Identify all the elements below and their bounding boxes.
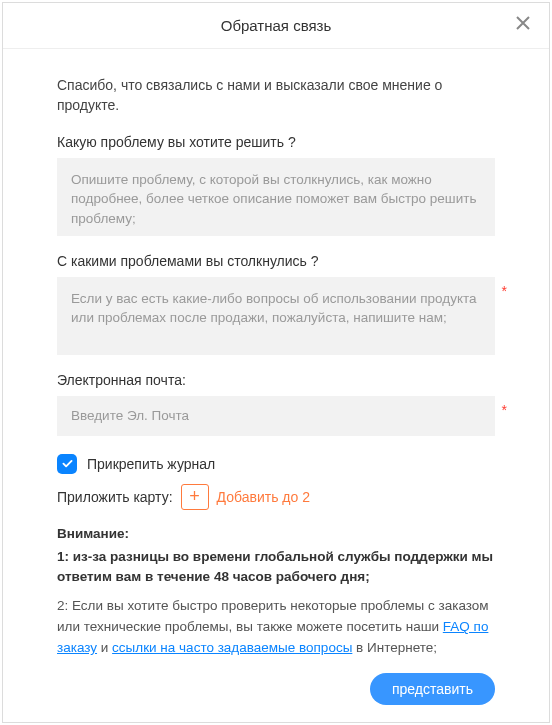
attach-log-label: Прикрепить журнал	[87, 456, 215, 472]
notice-item-2: 2: Если вы хотите быстро проверить некот…	[57, 596, 495, 659]
required-mark: *	[502, 283, 507, 299]
field-problems-faced: С какими проблемами вы столкнулись ? *	[57, 253, 495, 358]
dialog-title: Обратная связь	[221, 17, 332, 34]
dialog-content: Спасибо, что связались с нами и высказал…	[3, 49, 549, 722]
field-problem-to-solve: Какую проблему вы хотите решить ?	[57, 134, 495, 239]
add-attachment-button[interactable]: +	[181, 484, 209, 510]
attach-card-label: Приложить карту:	[57, 489, 173, 505]
attach-log-row: Прикрепить журнал	[57, 454, 495, 474]
field-label: С какими проблемами вы столкнулись ?	[57, 253, 495, 269]
intro-text: Спасибо, что связались с нами и высказал…	[57, 75, 495, 116]
field-label: Электронная почта:	[57, 372, 495, 388]
close-button[interactable]	[515, 15, 535, 35]
dialog-header: Обратная связь	[3, 3, 549, 49]
problems-faced-textarea[interactable]	[57, 277, 495, 355]
check-icon	[61, 457, 74, 470]
notice-heading: Внимание:	[57, 524, 495, 545]
field-email: Электронная почта: *	[57, 372, 495, 436]
attach-card-row: Приложить карту: + Добавить до 2	[57, 484, 495, 510]
faq-general-link[interactable]: ссылки на часто задаваемые вопросы	[112, 640, 352, 655]
submit-button[interactable]: представить	[370, 673, 495, 705]
email-input[interactable]	[57, 396, 495, 436]
notice-text: 2: Если вы хотите быстро проверить некот…	[57, 598, 489, 634]
notice-text: и	[97, 640, 112, 655]
problem-description-textarea[interactable]	[57, 158, 495, 236]
notice-block: Внимание: 1: из-за разницы во времени гл…	[57, 524, 495, 660]
dialog-footer: представить	[57, 673, 495, 705]
required-mark: *	[502, 402, 507, 418]
notice-item-1: 1: из-за разницы во времени глобальной с…	[57, 547, 495, 589]
add-upto-text: Добавить до 2	[217, 489, 310, 505]
feedback-dialog: Обратная связь Спасибо, что связались с …	[2, 2, 550, 723]
attach-log-checkbox[interactable]	[57, 454, 77, 474]
plus-icon: +	[189, 486, 200, 507]
close-icon	[515, 15, 531, 31]
notice-text: в Интернете;	[352, 640, 437, 655]
field-label: Какую проблему вы хотите решить ?	[57, 134, 495, 150]
